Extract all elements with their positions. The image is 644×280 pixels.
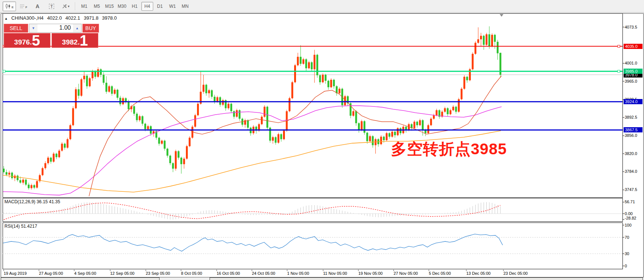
date-label: 12 Sep 05:00: [110, 271, 134, 276]
background-window-edge[interactable]: [1, 277, 160, 280]
price-tick: 3784.0: [625, 169, 643, 174]
hline-handle[interactable]: [618, 45, 620, 47]
rsi-tick: 70: [625, 235, 643, 240]
one-click-trading-panel: SELL ▼ 1.00 ▲ BUY 3976 . 5 3982 . 1: [4, 24, 99, 48]
date-label: 8 Oct 05:00: [181, 271, 202, 276]
price-tick: 3965.0: [625, 79, 643, 84]
date-label: 16 Oct 05:00: [217, 271, 240, 276]
price-tick: 3820.0: [625, 151, 643, 156]
rsi-tick: 30: [625, 251, 643, 256]
date-label: 23 Dec 05:00: [503, 271, 528, 276]
date-label: 19 Nov 05:00: [358, 271, 382, 276]
background-window-edge[interactable]: [210, 277, 643, 280]
collapse-icon[interactable]: ▲: [4, 17, 8, 20]
rsi-line: [3, 234, 503, 251]
date-label: 11 Nov 05:00: [323, 271, 347, 276]
price-tick: 3747.5: [625, 187, 643, 192]
rsi-tick: 0: [625, 264, 643, 269]
quantity-stepper: ▼ 1.00 ▲: [29, 24, 82, 33]
price-tick: 3892.5: [625, 115, 643, 120]
date-label: 13 Dec 05:00: [466, 271, 490, 276]
low-value: 3971.8: [84, 15, 99, 21]
quantity-up-icon[interactable]: ▲: [73, 24, 81, 32]
date-label: 27 Nov 05:00: [394, 271, 418, 276]
sell-price[interactable]: 3976 . 5: [4, 33, 50, 48]
macd-label: MACD(12,26,9) 36.15 41.35: [4, 199, 60, 204]
price-tick: 4001.0: [625, 61, 643, 66]
price-badge: 3985.0: [624, 69, 643, 74]
rsi-label: RSI(14) 51.4217: [4, 224, 37, 229]
chart-annotation-text: 多空转折点3985: [391, 139, 507, 159]
trade-buttons-row: SELL ▼ 1.00 ▲ BUY: [4, 24, 99, 33]
sell-button[interactable]: SELL: [4, 24, 28, 33]
date-label: 19 Aug 2019: [4, 271, 27, 276]
sell-price-main: 3976: [14, 37, 30, 47]
date-label: 5 Dec 05:00: [429, 271, 451, 276]
price-badge: 3924.0: [624, 99, 643, 104]
open-value: 4022.0: [47, 15, 62, 21]
macd-signal-line: [4, 203, 500, 220]
price-badge: 3867.5: [624, 127, 643, 132]
date-label: 27 Aug 05:00: [39, 271, 63, 276]
hline-handle[interactable]: [618, 70, 620, 72]
high-value: 4022.1: [65, 15, 80, 21]
macd-tick: 56.71: [625, 200, 643, 204]
price-badge: 4035.0: [624, 44, 643, 49]
date-label: 24 Oct 05:00: [252, 271, 275, 276]
price-tick: 4073.5: [625, 25, 643, 30]
quantity-down-icon[interactable]: ▼: [29, 24, 37, 32]
trading-platform: EFAT▾ M1M5M15M30H1H4D1W1MN ▲ CHINA300-,H…: [0, 0, 644, 280]
buy-price-pip: 1: [80, 34, 88, 47]
trade-prices-row: 3976 . 5 3982 . 1: [4, 33, 99, 48]
rsi-tick: 100: [625, 223, 643, 228]
buy-price[interactable]: 3982 . 1: [52, 33, 98, 48]
price-tick: 3856.0: [625, 133, 643, 138]
ohlc-header: ▲ CHINA300-,H4 4022.0 4022.1 3971.8 3978…: [4, 15, 119, 21]
date-label: 4 Sep 05:00: [74, 271, 96, 276]
hline-handle[interactable]: [3, 70, 5, 72]
buy-price-main: 3982: [62, 37, 78, 47]
date-label: 1 Nov 05:00: [287, 271, 309, 276]
macd-histogram: [4, 202, 500, 220]
date-label: 23 Sep 05:00: [146, 271, 170, 276]
symbol-label: CHINA300-,H4: [12, 15, 44, 21]
macd-tick: -28.82: [625, 216, 643, 221]
shift-marker-icon: [500, 14, 503, 17]
ma-fast-line: [89, 76, 502, 196]
sell-price-pip: 5: [32, 34, 40, 47]
close-value: 3978.0: [102, 15, 117, 21]
quantity-input[interactable]: 1.00: [37, 24, 73, 32]
buy-button[interactable]: BUY: [82, 24, 99, 33]
